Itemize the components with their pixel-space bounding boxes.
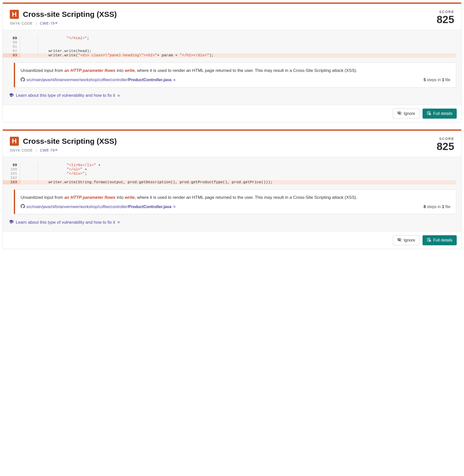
svg-line-4	[430, 114, 431, 115]
github-icon	[21, 204, 25, 209]
learn-link[interactable]: Learn about this type of vulnerability a…	[9, 92, 456, 99]
github-icon	[21, 77, 25, 83]
line-number: 102	[3, 176, 20, 180]
code-line: 103 writer.write(String.format(output, p…	[3, 180, 456, 184]
vulnerability-description-box: Unsanitized input from an HTTP parameter…	[14, 63, 456, 87]
line-number: 93	[3, 53, 20, 58]
vulnerability-title: Cross-site Scripting (XSS)	[23, 10, 117, 19]
indent-guide	[20, 36, 38, 40]
line-number: 103	[3, 180, 20, 184]
source-file-link[interactable]: src/main/java/nl/brianvermeer/workshop/c…	[21, 77, 175, 83]
code-content: "<li>%s</li>" +	[38, 163, 456, 167]
steps-summary: 5 steps in 1 file	[424, 78, 450, 82]
line-number: 90	[3, 40, 20, 45]
indent-guide	[20, 180, 38, 184]
ignore-button[interactable]: Ignore	[393, 109, 419, 119]
separator: |	[36, 21, 37, 25]
indent-guide	[20, 176, 38, 180]
score-value: 825	[437, 14, 454, 25]
code-content	[38, 176, 456, 180]
snyk-code-label: SNYK CODE	[10, 21, 33, 25]
code-line: 102	[3, 176, 456, 180]
line-number: 92	[3, 49, 20, 53]
external-link-icon: ⧉	[173, 78, 175, 82]
score-value: 825	[437, 141, 454, 152]
eye-off-icon	[397, 111, 402, 116]
vulnerability-title: Cross-site Scripting (XSS)	[23, 137, 117, 146]
code-snippet: 99 "<li>%s</li>" +100 "</ul>" +101 "</di…	[3, 163, 456, 184]
svg-line-9	[430, 241, 431, 242]
indent-guide	[20, 167, 38, 172]
code-snippet: 89 "</html>";909192 writer.write(head);9…	[3, 36, 456, 58]
vulnerability-card: H Cross-site Scripting (XSS) SNYK CODE |…	[3, 129, 461, 249]
code-content: "</html>";	[38, 36, 456, 40]
vulnerability-description: Unsanitized input from an HTTP parameter…	[21, 194, 450, 201]
code-line: 89 "</html>";	[3, 36, 456, 40]
vulnerability-description: Unsanitized input from an HTTP parameter…	[21, 67, 450, 74]
code-content	[38, 40, 456, 45]
card-header: H Cross-site Scripting (XSS) SNYK CODE |…	[3, 131, 461, 157]
indent-guide	[20, 172, 38, 176]
external-link-icon: ⧉	[55, 148, 58, 151]
cwe-link[interactable]: CWE-79⧉	[40, 21, 58, 25]
external-link-icon: ⧉	[118, 94, 120, 97]
code-line: 92 writer.write(head);	[3, 49, 456, 53]
external-link-icon: ⧉	[173, 205, 175, 208]
card-body: 89 "</html>";909192 writer.write(head);9…	[3, 30, 461, 105]
separator: |	[36, 148, 37, 152]
card-body: 99 "<li>%s</li>" +100 "</ul>" +101 "</di…	[3, 157, 461, 232]
code-line: 91	[3, 45, 456, 49]
code-line: 101 "</div>";	[3, 172, 456, 176]
line-number: 91	[3, 45, 20, 49]
card-header: H Cross-site Scripting (XSS) SNYK CODE |…	[3, 4, 461, 30]
code-content: writer.write(String.format(output, prod.…	[38, 180, 456, 184]
line-number: 101	[3, 172, 20, 176]
indent-guide	[20, 49, 38, 53]
steps-summary: 8 steps in 1 file	[424, 205, 450, 209]
details-icon	[427, 111, 431, 116]
external-link-icon: ⧉	[118, 221, 120, 224]
snyk-code-label: SNYK CODE	[10, 148, 33, 152]
code-line: 99 "<li>%s</li>" +	[3, 163, 456, 167]
indent-guide	[20, 53, 38, 58]
graduation-cap-icon	[9, 219, 14, 225]
graduation-cap-icon	[9, 92, 14, 99]
vulnerability-card: H Cross-site Scripting (XSS) SNYK CODE |…	[3, 3, 461, 122]
code-content	[38, 45, 456, 49]
vulnerability-description-box: Unsanitized input from an HTTP parameter…	[14, 189, 456, 214]
code-line: 100 "</ul>" +	[3, 167, 456, 172]
line-number: 100	[3, 167, 20, 172]
code-content: writer.write("<div class=\"panel-heading…	[38, 53, 456, 58]
line-number: 99	[3, 163, 20, 167]
code-content: "</ul>" +	[38, 167, 456, 172]
severity-badge-icon: H	[10, 10, 19, 19]
indent-guide	[20, 45, 38, 49]
line-number: 89	[3, 36, 20, 40]
code-content: writer.write(head);	[38, 49, 456, 53]
ignore-button[interactable]: Ignore	[393, 235, 419, 245]
score-label: SCORE	[437, 137, 454, 141]
code-line: 93 writer.write("<div class=\"panel-head…	[3, 53, 456, 58]
card-footer: Ignore Full details	[3, 231, 461, 249]
full-details-button[interactable]: Full details	[423, 109, 457, 119]
code-line: 90	[3, 40, 456, 45]
code-content: "</div>";	[38, 172, 456, 176]
severity-badge-icon: H	[10, 137, 19, 146]
full-details-button[interactable]: Full details	[423, 235, 457, 245]
indent-guide	[20, 163, 38, 167]
cwe-link[interactable]: CWE-79⧉	[40, 148, 58, 152]
card-footer: Ignore Full details	[3, 105, 461, 122]
external-link-icon: ⧉	[55, 21, 58, 24]
details-icon	[427, 237, 431, 243]
source-file-link[interactable]: src/main/java/nl/brianvermeer/workshop/c…	[21, 204, 175, 209]
indent-guide	[20, 40, 38, 45]
eye-off-icon	[397, 237, 402, 243]
score-label: SCORE	[437, 10, 454, 14]
learn-link[interactable]: Learn about this type of vulnerability a…	[9, 219, 456, 225]
